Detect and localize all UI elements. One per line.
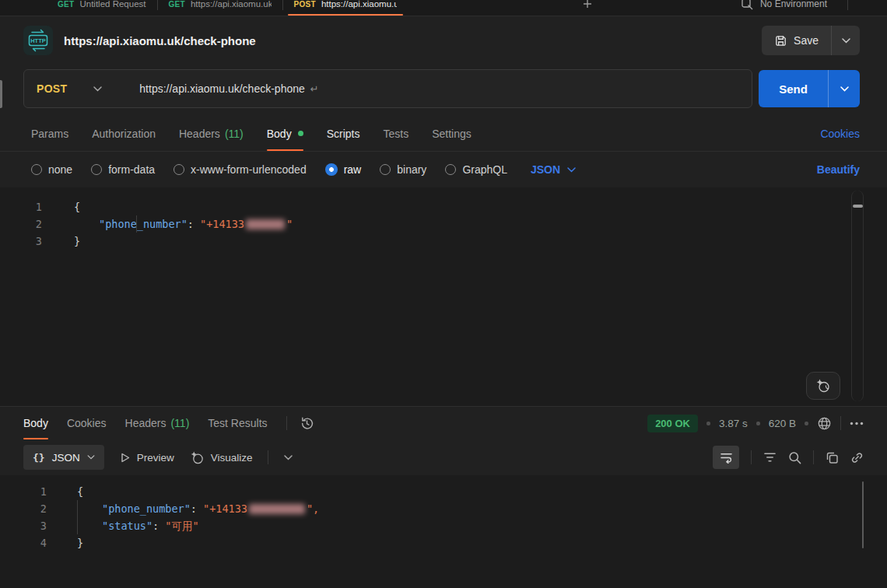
wrap-text-icon: [720, 452, 733, 464]
radio-icon: [174, 164, 184, 175]
line-number: 4: [0, 534, 65, 551]
tab-body[interactable]: Body: [267, 116, 303, 151]
json-key: "phone_number": [102, 502, 191, 515]
history-clock-icon: [300, 416, 314, 431]
editor-scrollbar[interactable]: [851, 191, 864, 401]
json-value: "+14133: [203, 502, 247, 515]
postbot-button[interactable]: [806, 372, 840, 400]
token: :: [153, 520, 165, 532]
bodytype-form-data[interactable]: form-data: [91, 163, 155, 176]
radio-selected-icon: [325, 163, 338, 176]
bodytype-urlencoded[interactable]: x-www-form-urlencoded: [174, 163, 307, 176]
tab-title: https://api.xiaomu.uk/se: [191, 0, 272, 9]
active-tab-underline: [267, 149, 303, 151]
line-number: 3: [0, 517, 65, 534]
dot-separator: [805, 422, 808, 425]
bodytype-none[interactable]: none: [31, 163, 72, 176]
method-selector[interactable]: POST: [24, 82, 116, 95]
request-tab-3-active[interactable]: POST https://api.xiaomu.uk/c: [283, 0, 408, 16]
response-actions: [713, 446, 864, 469]
response-format-selector[interactable]: {} JSON: [23, 445, 104, 470]
tab-label: Authorization: [92, 128, 156, 140]
bodytype-binary[interactable]: binary: [380, 163, 426, 176]
tab-label: Scripts: [327, 128, 360, 140]
tab-scripts[interactable]: Scripts: [327, 116, 360, 151]
beautify-link[interactable]: Beautify: [817, 163, 860, 176]
token: :: [188, 218, 200, 230]
filter-button[interactable]: [763, 451, 777, 464]
response-tab-headers[interactable]: Headers(11): [125, 407, 190, 439]
request-tab-1[interactable]: GET Untitled Request: [47, 0, 157, 16]
visualize-label: Visualize: [211, 452, 253, 464]
tab-params[interactable]: Params: [31, 116, 68, 151]
tab-headers[interactable]: Headers(11): [179, 116, 244, 151]
link-button[interactable]: [850, 451, 864, 464]
line-number: 3: [0, 233, 62, 250]
tab-label: Params: [31, 128, 68, 140]
tab-title: Untitled Request: [79, 0, 145, 9]
sidebar-resize-handle[interactable]: [0, 80, 2, 108]
bodytype-raw-selected[interactable]: raw: [325, 163, 362, 176]
preview-button[interactable]: Preview: [120, 452, 174, 464]
tab-authorization[interactable]: Authorization: [92, 116, 156, 151]
send-options-button[interactable]: [829, 70, 860, 107]
wrap-lines-button[interactable]: [713, 446, 739, 469]
request-tab-2[interactable]: GET https://api.xiaomu.uk/se: [158, 0, 282, 16]
status-badge[interactable]: 200 OK: [647, 415, 698, 432]
filter-icon: [763, 451, 777, 464]
network-info-button[interactable]: [817, 416, 832, 431]
visualize-button[interactable]: Visualize: [190, 450, 253, 465]
response-body-editor[interactable]: 1 { 2 "phone_number": "+14133", 3 "statu…: [0, 475, 887, 588]
cookies-link[interactable]: Cookies: [820, 128, 860, 140]
tab-tests[interactable]: Tests: [383, 116, 408, 151]
radio-icon: [91, 164, 102, 175]
language-selector[interactable]: JSON: [531, 163, 576, 176]
visualize-options-chevron[interactable]: [284, 455, 293, 460]
active-tab-underline: [288, 14, 403, 16]
response-history-button[interactable]: [300, 416, 314, 431]
tab-label: Body: [267, 128, 292, 140]
response-size[interactable]: 620 B: [769, 418, 796, 429]
json-value: ": [286, 218, 293, 230]
new-tab-button[interactable]: [579, 0, 596, 12]
scrollbar-thumb[interactable]: [862, 481, 864, 548]
token: {: [77, 485, 83, 498]
response-tab-cookies[interactable]: Cookies: [67, 407, 107, 439]
window-tab-bar: GET Untitled Request GET https://api.xia…: [0, 0, 887, 16]
line-number: 2: [0, 215, 62, 233]
plus-icon: [582, 0, 593, 9]
bodytype-graphql[interactable]: GraphQL: [445, 163, 507, 176]
send-button-group: Send: [759, 70, 860, 107]
method-label: POST: [37, 82, 67, 95]
method-badge-get: GET: [58, 0, 74, 9]
environment-label: No Environment: [760, 0, 827, 9]
search-button[interactable]: [788, 451, 801, 464]
line-number: 1: [0, 198, 62, 215]
scrollbar-thumb[interactable]: [853, 205, 863, 208]
copy-button[interactable]: [826, 451, 839, 464]
save-options-button[interactable]: [832, 26, 860, 55]
redacted-phone-digits: [246, 219, 285, 229]
environment-selector[interactable]: No Environment: [741, 0, 847, 11]
format-label: JSON: [52, 452, 80, 464]
response-toolbar: {} JSON Preview Visualize: [0, 439, 887, 475]
response-meta: 200 OK 3.87 s 620 B: [647, 415, 864, 432]
tab-settings[interactable]: Settings: [432, 116, 472, 151]
code-line: 3 }: [0, 233, 887, 250]
redacted-phone-digits: [249, 504, 305, 514]
braces-icon: {}: [33, 452, 45, 464]
chevron-down-icon: [842, 38, 850, 44]
url-input[interactable]: https://api.xiaomu.uk/check-phone: [139, 82, 304, 95]
response-time[interactable]: 3.87 s: [719, 418, 748, 429]
line-number: 2: [0, 500, 65, 517]
response-options-button[interactable]: [850, 422, 864, 425]
method-badge-post: POST: [294, 0, 316, 9]
response-tab-body[interactable]: Body: [23, 407, 48, 439]
response-tab-test-results[interactable]: Test Results: [208, 407, 267, 439]
code-line: 4 }: [0, 534, 887, 551]
save-button[interactable]: Save: [762, 26, 831, 55]
request-body-editor[interactable]: 1 { 2 "phone_number": "+14133" 3 }: [0, 187, 887, 406]
body-type-row: none form-data x-www-form-urlencoded raw…: [0, 152, 887, 187]
dot-separator: [756, 422, 760, 425]
send-button[interactable]: Send: [759, 70, 828, 107]
